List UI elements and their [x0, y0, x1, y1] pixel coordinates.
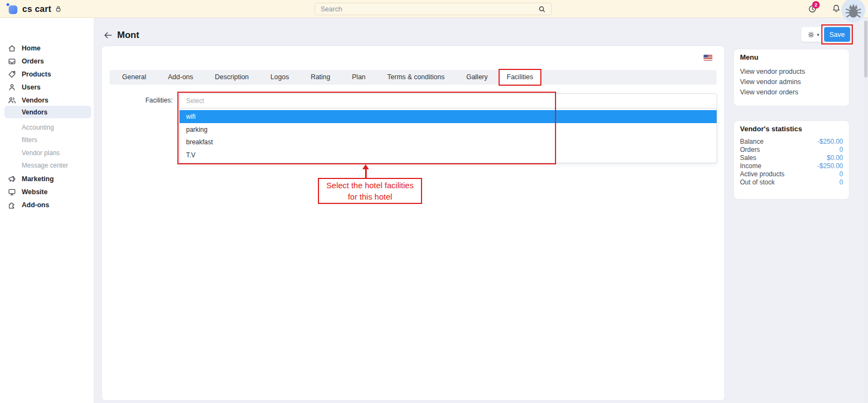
stat-row-income: Income -$250.00: [740, 162, 843, 170]
orders-icon: [8, 57, 16, 66]
search-icon: [538, 5, 546, 13]
tab-facilities-active[interactable]: Facilities: [499, 69, 541, 86]
sidebar-subitem-vendor-plans[interactable]: Vendor plans: [0, 146, 94, 159]
annotation-box-save: [821, 24, 853, 44]
sidebar-subitem-filters[interactable]: filters: [0, 133, 94, 146]
caret-down-icon: ▾: [817, 32, 820, 37]
home-icon: [8, 44, 16, 53]
page-title: Mont: [117, 30, 139, 41]
annotation-text-line1: Select the hotel facilities: [327, 180, 414, 191]
monitor-icon: [8, 188, 16, 196]
sidebar-subitem-message-center[interactable]: Message center: [0, 159, 94, 171]
sidebar-item-home[interactable]: Home: [0, 42, 94, 55]
us-flag-icon[interactable]: [704, 55, 712, 61]
tab-gallery[interactable]: Gallery: [455, 70, 499, 85]
top-bar: cs cart Search 2: [0, 0, 868, 18]
link-view-vendor-admins[interactable]: View vendor admins: [740, 78, 801, 86]
search-placeholder: Search: [321, 5, 538, 13]
scrollbar-thumb[interactable]: [864, 21, 867, 78]
link-view-vendor-orders[interactable]: View vendor orders: [740, 88, 798, 96]
sidebar-item-users[interactable]: Users: [0, 81, 94, 94]
tab-rating[interactable]: Rating: [300, 70, 341, 85]
puzzle-icon: [8, 201, 16, 209]
user-avatar[interactable]: [841, 0, 865, 22]
tab-plan[interactable]: Plan: [341, 70, 376, 85]
tab-bar: General Add-ons Description Logos Rating…: [110, 70, 717, 85]
stat-row-sales: Sales $0.00: [740, 154, 843, 162]
sidebar-item-addons[interactable]: Add-ons: [0, 199, 94, 212]
bug-avatar-icon: [845, 1, 862, 20]
sidebar-item-vendors[interactable]: Vendors: [0, 94, 94, 107]
stat-row-balance: Balance -$250.00: [740, 138, 843, 146]
sidebar-item-products[interactable]: Products: [0, 68, 94, 81]
tab-description[interactable]: Description: [204, 70, 260, 85]
tab-addons[interactable]: Add-ons: [157, 70, 204, 85]
stat-row-active-products: Active products 0: [740, 170, 843, 178]
sidebar-item-marketing[interactable]: Marketing: [0, 172, 94, 185]
stat-row-out-of-stock: Out of stock 0: [740, 178, 843, 187]
sidebar-subitem-accounting[interactable]: Accounting: [0, 121, 94, 133]
vendors-people-icon: [8, 96, 16, 105]
back-arrow-icon[interactable]: [103, 30, 113, 40]
stat-row-orders: Orders 0: [740, 146, 843, 154]
search-input[interactable]: Search: [315, 3, 552, 15]
vendor-statistics-title: Vendor's statistics: [740, 125, 802, 133]
annotation-arrow-shaft: [365, 169, 367, 178]
products-tag-icon: [8, 70, 16, 79]
brand-name: cs cart: [22, 4, 52, 14]
annotation-text-line2: for this hotel: [348, 191, 392, 202]
lock-icon[interactable]: [54, 5, 62, 13]
sidebar-item-website[interactable]: Website: [0, 185, 94, 199]
left-sidebar: Home Orders Products Users Vendors Vendo…: [0, 18, 94, 403]
megaphone-icon: [8, 175, 16, 183]
cscart-logo-icon: [7, 3, 18, 15]
tab-logos[interactable]: Logos: [260, 70, 300, 85]
link-view-vendor-products[interactable]: View vendor products: [740, 68, 805, 75]
annotation-box-dropdown: [177, 92, 556, 164]
sidebar-subitem-vendors-selected[interactable]: Vendors: [4, 106, 91, 118]
gear-icon: [807, 31, 815, 39]
user-icon: [8, 83, 16, 92]
facilities-field-label: Facilities:: [129, 97, 173, 104]
menu-card-title: Menu: [740, 53, 758, 61]
brand-logo[interactable]: cs cart: [7, 2, 88, 16]
tab-general[interactable]: General: [111, 70, 157, 85]
notification-badge: 2: [812, 1, 820, 9]
sidebar-item-orders[interactable]: Orders: [0, 55, 94, 68]
annotation-callout: Select the hotel facilities for this hot…: [318, 178, 422, 204]
bell-icon[interactable]: [832, 4, 841, 13]
page: cs cart Search 2: [0, 0, 868, 403]
tab-terms-conditions[interactable]: Terms & conditions: [376, 70, 456, 85]
